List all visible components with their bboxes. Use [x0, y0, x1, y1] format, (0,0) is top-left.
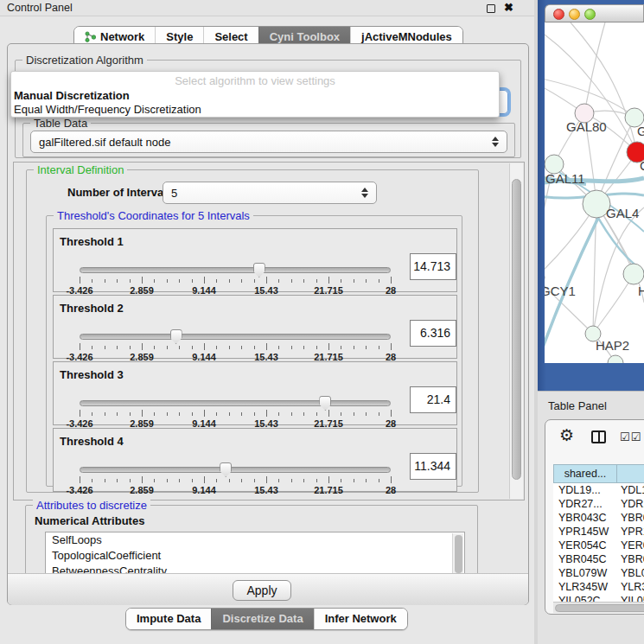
tick-mark [341, 479, 341, 482]
cell-name[interactable]: YIL052C [617, 594, 644, 602]
slider-track[interactable] [80, 267, 391, 273]
cell-shared-name[interactable]: YDR27... [553, 497, 617, 511]
tick-mark [192, 412, 193, 416]
threshold-slider[interactable]: -3.4262.8599.14415.4321.71528 [80, 330, 391, 360]
tick-mark [154, 346, 155, 349]
gear-icon[interactable]: ⚙ [559, 425, 574, 445]
network-node-h[interactable] [623, 264, 644, 284]
cell-name[interactable]: YBL079W [617, 566, 644, 580]
cell-shared-name[interactable]: YER054C [553, 539, 617, 552]
cell-shared-name[interactable]: YDL19... [553, 483, 617, 497]
scrollbar-thumb[interactable] [512, 179, 521, 480]
scrollbar-thumb[interactable] [455, 535, 462, 573]
number-of-intervals-combobox[interactable]: 5 [163, 182, 377, 204]
tab-impute-data[interactable]: Impute Data [126, 609, 211, 629]
settings-vertical-scrollbar[interactable] [509, 163, 523, 499]
table-horizontal-scrollbar[interactable] [553, 602, 644, 613]
table-row[interactable]: YLR345WYLR345W [553, 580, 644, 594]
threshold-value-field[interactable]: 6.316 [410, 320, 456, 347]
threshold-slider[interactable]: -3.4262.8599.14415.4321.71528 [80, 264, 391, 293]
close-traffic-light-icon[interactable] [553, 9, 564, 20]
table-row[interactable]: YDR27...YDR27... [553, 497, 644, 511]
tick-mark [354, 279, 354, 283]
tick-mark [266, 410, 267, 417]
tick-mark [179, 412, 180, 416]
threshold-slider[interactable]: -3.4262.8599.14415.4321.71528 [80, 397, 391, 426]
cell-name[interactable]: YDR27... [617, 497, 644, 511]
network-canvas[interactable]: GAL80GCGAL11GAL4GCY1HHAP2 [545, 22, 644, 363]
tab-infer-network[interactable]: Infer Network [314, 609, 407, 629]
tab-discretize-data[interactable]: Discretize Data [211, 609, 313, 629]
network-node[interactable] [608, 355, 623, 363]
tick-mark [192, 479, 193, 482]
tick-mark [154, 479, 155, 482]
network-window-titlebar[interactable] [545, 4, 644, 22]
table-row[interactable]: YBR043CYBR043C [553, 511, 644, 525]
tick-mark [316, 412, 317, 416]
network-node-label: C [640, 158, 644, 173]
zoom-traffic-light-icon[interactable] [584, 9, 596, 20]
cell-shared-name[interactable]: YBR043C [553, 511, 617, 525]
cell-shared-name[interactable]: YIL052C [553, 594, 617, 602]
cell-name[interactable]: YER054C [617, 539, 644, 552]
scrollbar-thumb[interactable] [555, 604, 644, 612]
algorithm-option-equal-width[interactable]: Equal Width/Frequency Discretization [14, 103, 498, 116]
cell-name[interactable]: YBR043C [617, 511, 644, 525]
minimize-traffic-light-icon[interactable] [569, 9, 580, 20]
interval-definition-group: Interval Definition Number of Intervals … [26, 169, 479, 493]
show-columns-checkboxes-icon[interactable]: ☑☑ [620, 430, 641, 443]
table-data-combobox[interactable]: galFiltered.sif default node [30, 131, 507, 153]
column-header-shared-name[interactable]: shared... [553, 464, 617, 483]
table-rows[interactable]: YDL19...YDL19...YDR27...YDR27...YBR043CY… [553, 483, 644, 602]
table-row[interactable]: YIL052CYIL052C [553, 594, 644, 602]
column-header-name[interactable]: name [617, 464, 644, 483]
tick-mark [142, 410, 143, 417]
tick-mark [142, 277, 143, 284]
threshold-value-field[interactable]: 11.344 [410, 453, 456, 480]
numerical-attributes-list[interactable]: SelfLoopsTopologicalCoefficientBetweenne… [45, 532, 465, 575]
cell-name[interactable]: YLR345W [617, 580, 644, 594]
cell-name[interactable]: YPR145W [617, 525, 644, 539]
cell-shared-name[interactable]: YBL079W [553, 566, 617, 580]
cell-name[interactable]: YBR045C [617, 552, 644, 566]
tick-mark [80, 476, 80, 483]
attribute-list-item[interactable]: TopologicalCoefficient [46, 548, 464, 564]
slider-track[interactable] [80, 334, 391, 340]
table-data-group-title: Table Data [30, 117, 91, 130]
slider-thumb[interactable] [319, 396, 331, 411]
network-icon [85, 31, 96, 42]
attributes-scrollbar[interactable] [452, 533, 463, 575]
table-row[interactable]: YPR145WYPR145W [553, 525, 644, 539]
network-node-label: G [637, 124, 644, 138]
combo-arrows-icon [361, 188, 368, 198]
slider-track[interactable] [80, 400, 391, 406]
attribute-list-item[interactable]: SelfLoops [46, 532, 464, 548]
tick-mark [117, 279, 118, 283]
cell-shared-name[interactable]: YLR345W [553, 580, 617, 594]
algorithm-option-manual[interactable]: Manual Discretization [14, 89, 498, 102]
tick-mark [278, 346, 279, 349]
tick-mark [241, 279, 242, 283]
slider-thumb[interactable] [170, 329, 182, 344]
close-icon[interactable]: ✖ [504, 1, 513, 14]
cell-name[interactable]: YDL19... [617, 483, 644, 497]
float-window-icon[interactable] [487, 4, 495, 13]
slider-thumb[interactable] [253, 263, 265, 277]
tick-mark [216, 479, 217, 482]
table-row[interactable]: YBR045CYBR045C [553, 552, 644, 566]
cell-shared-name[interactable]: YBR045C [553, 552, 617, 566]
cell-shared-name[interactable]: YPR145W [553, 525, 617, 539]
split-columns-icon[interactable] [591, 430, 606, 443]
tick-mark [241, 346, 242, 349]
threshold-slider[interactable]: -3.4262.8599.14415.4321.71528 [80, 463, 391, 493]
table-row[interactable]: YER054CYER054C [553, 539, 644, 552]
apply-button[interactable]: Apply [233, 580, 291, 601]
slider-thumb[interactable] [220, 462, 232, 477]
table-row[interactable]: YBL079WYBL079W [553, 566, 644, 580]
threshold-value-field[interactable]: 21.4 [410, 386, 456, 413]
table-row[interactable]: YDL19...YDL19... [553, 483, 644, 497]
slider-track[interactable] [80, 467, 391, 473]
tick-mark [142, 343, 143, 350]
tick-mark [354, 346, 354, 349]
threshold-value-field[interactable]: 14.713 [410, 253, 456, 280]
